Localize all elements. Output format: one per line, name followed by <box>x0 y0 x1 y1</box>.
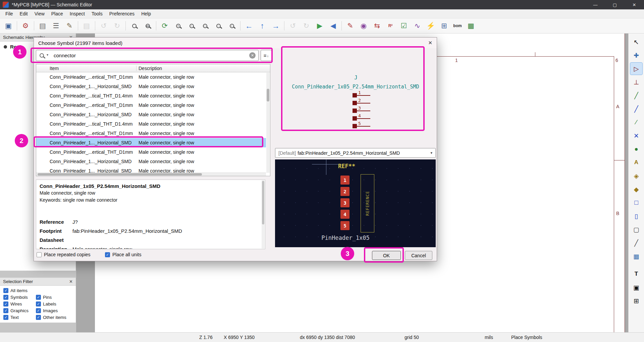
annotate-icon[interactable]: R² <box>385 20 396 31</box>
schematic-setup-icon[interactable]: ⚙ <box>20 20 31 31</box>
zoom-in-icon[interactable]: + <box>172 20 184 31</box>
place-symbol-icon[interactable]: ▷ <box>630 63 642 75</box>
filter-item-text[interactable]: ✓Text <box>3 315 36 320</box>
page-settings-icon[interactable]: ▤ <box>37 20 48 31</box>
symbol-row[interactable]: Conn_PinHeader_...tical_THT_D1.4mmMale c… <box>36 91 266 100</box>
chevron-down-icon: ▾ <box>430 151 432 155</box>
column-description[interactable]: Description <box>137 66 162 71</box>
filter-item-symbols[interactable]: ✓Symbols <box>3 295 36 300</box>
symbol-row[interactable]: Conn_PinHeader_1..._Horizontal_SMDMale c… <box>36 110 266 119</box>
table-icon[interactable]: ⊞ <box>630 295 642 307</box>
print-icon[interactable]: ☰ <box>50 20 62 31</box>
crosshair-icon <box>312 164 341 164</box>
horizontal-scrollbar[interactable] <box>36 173 266 176</box>
symbol-row[interactable]: Conn_PinHeader_1..._Horizontal_SMDMale c… <box>36 82 266 91</box>
symbol-row[interactable]: Conn_PinHeader_...ertical_THT_D1mmMale c… <box>36 72 266 82</box>
symbol-row[interactable]: Conn_PinHeader_1..._Horizontal_SMDMale c… <box>36 157 266 166</box>
graphic-line-icon[interactable]: ╱ <box>630 237 642 249</box>
minimize-button[interactable]: — <box>586 0 605 9</box>
filter-item-labels[interactable]: ✓Labels <box>36 301 72 306</box>
option-place-repeated-copies[interactable]: Place repeated copies <box>37 252 91 257</box>
menu-inspect[interactable]: Inspect <box>66 10 88 18</box>
symbol-row[interactable]: Conn_PinHeader_...tical_THT_D1.4mmMale c… <box>36 119 266 129</box>
sheet-pin-icon[interactable]: ▯ <box>630 210 642 222</box>
menu-file[interactable]: File <box>2 10 16 18</box>
filter-item-pins[interactable]: ✓Pins <box>36 295 72 300</box>
footprint-select[interactable]: [Default] fab:PinHeader_1x05_P2.54mm_Hor… <box>275 148 436 158</box>
cancel-button[interactable]: Cancel <box>405 251 432 260</box>
find-icon[interactable] <box>128 20 140 31</box>
menu-place[interactable]: Place <box>48 10 66 18</box>
erc-icon[interactable]: ☑ <box>398 20 410 31</box>
menu-edit[interactable]: Edit <box>16 10 31 18</box>
text-icon[interactable]: T <box>630 268 642 280</box>
mirror-h-icon[interactable]: ◀ <box>327 20 339 31</box>
nav-back-icon[interactable]: ← <box>243 20 255 31</box>
rotate-cw-icon[interactable]: ↻ <box>301 20 312 31</box>
simulator-icon[interactable]: ∿ <box>412 20 423 31</box>
option-place-all-units[interactable]: ✓Place all units <box>105 252 141 257</box>
wire-bus-entry-icon[interactable]: ∕ <box>630 116 642 128</box>
pcb-editor-icon[interactable]: ▦ <box>465 20 477 31</box>
filter-item-images[interactable]: ✓Images <box>36 308 72 313</box>
no-connect-icon[interactable]: ✕ <box>630 130 642 142</box>
save-icon[interactable]: ▣ <box>3 20 14 31</box>
text-box-icon[interactable]: ▣ <box>630 281 642 293</box>
selection-filter-panel: Selection Filter ✕ ✓All items✓Symbols✓Pi… <box>0 278 76 323</box>
edit-symbols-icon[interactable]: ✎ <box>344 20 356 31</box>
column-item[interactable]: Item <box>36 66 137 71</box>
toolbar-separator <box>34 21 34 30</box>
zoom-selection-icon[interactable]: ▪ <box>226 20 237 31</box>
draw-bus-icon[interactable]: ╱ <box>630 103 642 115</box>
image-icon[interactable]: ▦ <box>630 250 642 262</box>
filter-item-all-items[interactable]: ✓All items <box>3 288 72 293</box>
scrollbar-thumb[interactable] <box>38 173 202 176</box>
highlight-net-icon[interactable]: ✚ <box>630 49 642 61</box>
draw-shapes-icon[interactable]: ▢ <box>630 223 642 235</box>
place-power-icon[interactable]: ⊥ <box>630 76 642 88</box>
plot-icon[interactable]: ✎ <box>64 20 75 31</box>
mirror-v-icon[interactable]: ▶ <box>314 20 325 31</box>
maximize-button[interactable]: ▢ <box>605 0 625 9</box>
vertical-scrollbar[interactable] <box>266 73 270 173</box>
menu-tools[interactable]: Tools <box>88 10 106 18</box>
menu-view[interactable]: View <box>31 10 48 18</box>
menu-help[interactable]: Help <box>138 10 154 18</box>
refresh-icon[interactable]: ⟳ <box>159 20 170 31</box>
dialog-close-icon[interactable]: ✕ <box>428 40 432 46</box>
rotate-ccw-icon[interactable]: ↺ <box>287 20 299 31</box>
bom-icon[interactable]: bom <box>452 20 463 31</box>
scrollbar-thumb[interactable] <box>262 181 264 224</box>
browse-symbol-libraries-icon[interactable]: ◉ <box>358 20 369 31</box>
filter-item-wires[interactable]: ✓Wires <box>3 301 36 306</box>
redo-icon[interactable]: ↻ <box>111 20 123 31</box>
filter-item-graphics[interactable]: ✓Graphics <box>3 308 36 313</box>
symbol-row[interactable]: Conn_PinHeader_...ertical_THT_D1mmMale c… <box>36 147 266 157</box>
draw-wire-icon[interactable]: ╱ <box>630 89 642 101</box>
close-icon[interactable]: ✕ <box>69 279 73 284</box>
filter-item-other-items[interactable]: ✓Other items <box>36 315 72 320</box>
net-label-icon[interactable]: A <box>630 156 642 168</box>
symbol-row[interactable]: Conn_PinHeader_...ertical_THT_D1mmMale c… <box>36 100 266 110</box>
hierarchical-sheet-icon[interactable]: □ <box>630 197 642 209</box>
select-tool-icon[interactable]: ↖ <box>630 36 642 48</box>
global-label-icon[interactable]: ◈ <box>630 170 642 182</box>
nav-forward-icon[interactable]: → <box>270 20 281 31</box>
junction-icon[interactable]: ● <box>630 143 642 155</box>
scrollbar-thumb[interactable] <box>267 89 269 101</box>
hierarchical-label-icon[interactable]: ◆ <box>630 183 642 195</box>
find-replace-icon[interactable]: ab <box>142 20 153 31</box>
details-scrollbar[interactable] <box>262 180 265 249</box>
assign-footprints-icon[interactable]: ⇆ <box>371 20 383 31</box>
menu-preferences[interactable]: Preferences <box>106 10 138 18</box>
close-button[interactable]: ✕ <box>625 0 644 9</box>
symbol-fields-table-icon[interactable]: ⊞ <box>438 20 450 31</box>
symbol-row[interactable]: Conn_PinHeader_1..._Horizontal_SMDMale c… <box>36 166 266 173</box>
nav-up-icon[interactable]: ↑ <box>257 20 268 31</box>
zoom-out-icon[interactable]: − <box>186 20 197 31</box>
zoom-fit-objects-icon[interactable]: ▫ <box>213 20 224 31</box>
undo-icon[interactable]: ↺ <box>98 20 109 31</box>
zoom-fit-page-icon[interactable]: □ <box>199 20 211 31</box>
paste-icon[interactable]: ▤ <box>81 20 92 31</box>
sim-probe-icon[interactable]: ⚡ <box>425 20 436 31</box>
